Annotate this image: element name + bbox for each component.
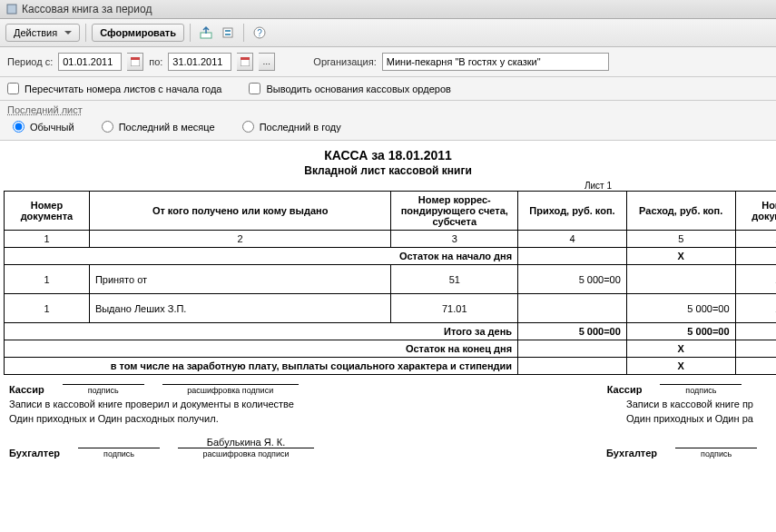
open-balance-row: Остаток на начало дня X bbox=[5, 248, 777, 265]
report-area: КАССА за 18.01.2011 Вкладной лист кассов… bbox=[0, 141, 776, 458]
radio-month-input[interactable] bbox=[102, 121, 113, 133]
th-docnum2: Номер документа bbox=[735, 192, 776, 231]
decrypt-line2: расшифровка подписи bbox=[178, 448, 314, 458]
svg-rect-2 bbox=[223, 28, 232, 37]
svg-rect-8 bbox=[131, 57, 140, 60]
th-fromto: От кого получено или кому выдано bbox=[89, 192, 391, 231]
accountant-signature-block: Бухгалтер подпись Бабулькина Я. К. расши… bbox=[9, 437, 776, 458]
table-row: 1 Выдано Леших З.П. 71.01 5 000=00 1 Выд… bbox=[5, 294, 777, 323]
window-title: Кассовая книга за период bbox=[22, 3, 152, 15]
cashier-label: Кассир bbox=[9, 384, 44, 395]
radio-bar: Обычный Последний в месяце Последний в г… bbox=[0, 115, 776, 141]
sheet-number: Лист 1 bbox=[0, 181, 617, 191]
th-docnum: Номер документа bbox=[5, 192, 90, 231]
decrypt-line: расшифровка подписи bbox=[162, 384, 299, 395]
date-to-input[interactable] bbox=[168, 53, 231, 71]
generate-button[interactable]: Сформировать bbox=[92, 24, 184, 42]
colnum-row: 1 2 3 4 5 1 bbox=[5, 231, 777, 248]
accountant-name: Бабулькина Я. К. bbox=[178, 437, 314, 448]
period-from-label: Период с: bbox=[7, 56, 53, 67]
footer-note1: Записи в кассовой книге проверил и докум… bbox=[9, 399, 617, 409]
app-icon bbox=[5, 3, 18, 15]
basis-checkbox-label: Выводить основания кассовых ордеров bbox=[266, 84, 450, 94]
export-icon[interactable] bbox=[196, 23, 216, 43]
cashier-signature-block: Кассир подпись расшифровка подписи Касси… bbox=[9, 384, 776, 395]
basis-checkbox-input[interactable] bbox=[249, 83, 260, 94]
report-subtitle: Вкладной лист кассовой книги bbox=[0, 164, 776, 177]
radio-year-input[interactable] bbox=[242, 121, 254, 133]
help-icon[interactable]: ? bbox=[250, 23, 270, 43]
org-label: Организация: bbox=[313, 56, 376, 67]
toolbar-separator bbox=[85, 24, 86, 42]
close-balance-row: Остаток на конец дня X bbox=[5, 340, 777, 358]
actions-button[interactable]: Действия bbox=[5, 24, 80, 42]
cash-table: Номер документа От кого получено или ком… bbox=[4, 191, 776, 375]
period-to-label: по: bbox=[149, 56, 162, 67]
toolbar-separator bbox=[243, 24, 244, 42]
svg-text:?: ? bbox=[257, 28, 262, 38]
recount-checkbox[interactable]: Пересчитать номера листов с начала года bbox=[7, 83, 221, 94]
calendar-icon[interactable] bbox=[127, 53, 143, 71]
svg-rect-0 bbox=[7, 5, 16, 14]
toolbar: Действия Сформировать ? bbox=[0, 19, 776, 47]
radio-month[interactable]: Последний в месяце bbox=[102, 121, 215, 133]
select-button[interactable]: … bbox=[259, 53, 275, 71]
group-title: Последний лист bbox=[0, 101, 776, 115]
th-corr: Номер коррес-пондирующего счета, субсчет… bbox=[391, 192, 518, 231]
svg-rect-10 bbox=[241, 57, 250, 60]
svg-rect-4 bbox=[225, 34, 231, 35]
accountant-label: Бухгалтер bbox=[9, 448, 60, 458]
basis-checkbox[interactable]: Выводить основания кассовых ордеров bbox=[249, 83, 450, 94]
params-bar: Период с: по: … Организация: bbox=[0, 47, 776, 77]
recount-checkbox-input[interactable] bbox=[7, 83, 19, 94]
radio-normal-input[interactable] bbox=[13, 121, 25, 133]
radio-normal[interactable]: Обычный bbox=[13, 121, 74, 133]
footer-note2: Один приходных и Один расходных получил. bbox=[9, 413, 617, 424]
footer-note2b: Один приходных и Один ра bbox=[626, 413, 753, 424]
radio-month-label: Последний в месяце bbox=[119, 122, 215, 133]
checkbox-bar: Пересчитать номера листов с начала года … bbox=[0, 77, 776, 101]
table-row: 1 Принято от 51 5 000=00 1 Принято от bbox=[5, 265, 777, 294]
calendar-icon[interactable] bbox=[237, 53, 253, 71]
accountant-label2: Бухгалтер bbox=[606, 448, 657, 458]
window-titlebar: Кассовая книга за период bbox=[0, 0, 776, 19]
radio-normal-label: Обычный bbox=[30, 122, 74, 133]
sig-line4: подпись bbox=[675, 448, 757, 458]
th-expense: Расход, руб. коп. bbox=[626, 192, 735, 231]
report-title: КАССА за 18.01.2011 bbox=[0, 148, 776, 163]
radio-year-label: Последний в году bbox=[260, 122, 341, 133]
svg-rect-3 bbox=[225, 30, 231, 32]
radio-year[interactable]: Последний в году bbox=[242, 121, 341, 133]
footer-note1b: Записи в кассовой книге пр bbox=[626, 399, 753, 409]
cashier-label2: Кассир bbox=[607, 384, 643, 395]
sig-line2: подпись bbox=[660, 384, 742, 395]
sig-line3: подпись bbox=[78, 448, 160, 458]
total-day-row: Итого за день 5 000=00 5 000=00 bbox=[5, 323, 777, 340]
header-row: Номер документа От кого получено или ком… bbox=[5, 192, 777, 231]
toolbar-separator bbox=[190, 24, 191, 42]
org-input[interactable] bbox=[382, 53, 609, 71]
date-from-input[interactable] bbox=[58, 53, 122, 71]
sig-line: подпись bbox=[63, 384, 144, 395]
recount-checkbox-label: Пересчитать номера листов с начала года bbox=[25, 84, 221, 94]
th-income: Приход, руб. коп. bbox=[518, 192, 627, 231]
settings-icon[interactable] bbox=[218, 23, 238, 43]
salary-row: в том числе на заработную плату, выплаты… bbox=[5, 358, 777, 375]
